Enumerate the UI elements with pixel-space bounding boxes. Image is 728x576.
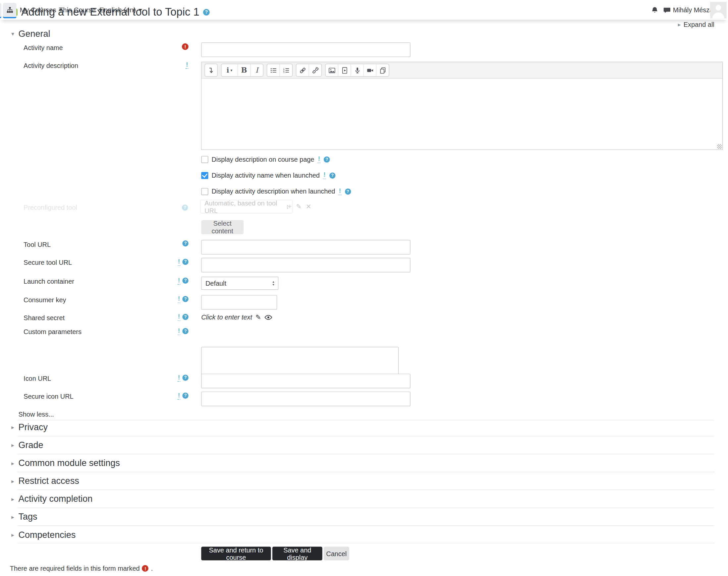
divider (18, 420, 715, 420)
bold-icon[interactable]: B (238, 64, 251, 76)
collapsed-triangle-icon: ▸ (11, 478, 14, 484)
help-icon[interactable]: ? (182, 240, 188, 246)
svg-text:3: 3 (283, 71, 284, 74)
paragraph-style-icon[interactable]: i▾ (221, 64, 238, 76)
collapsed-triangle-icon: ▸ (11, 442, 14, 448)
save-and-return-button[interactable]: Save and return to course (201, 547, 271, 560)
help-icon[interactable]: ? (182, 393, 188, 399)
secure-tool-url-input[interactable] (201, 258, 410, 272)
editor-content-area[interactable] (202, 79, 722, 149)
help-icon[interactable]: ? (182, 375, 188, 381)
edit-tool-icon[interactable]: ✎ (296, 202, 301, 210)
display-description-row: Display description on course page ! ? (201, 155, 330, 163)
link-icon[interactable] (296, 64, 309, 76)
launch-container-select[interactable]: Default ▴▾ (201, 277, 278, 290)
collapsed-triangle-icon: ▸ (11, 532, 14, 538)
delete-tool-icon[interactable]: ✕ (306, 202, 312, 210)
collapsed-triangle-icon: ▸ (11, 460, 14, 466)
avatar[interactable] (710, 2, 727, 19)
help-icon[interactable]: ? (329, 172, 335, 178)
section-restrict-access[interactable]: ▸ Restrict access (11, 476, 79, 486)
divider (18, 436, 715, 436)
save-and-display-button[interactable]: Save and display (272, 547, 322, 560)
section-competencies[interactable]: ▸ Competencies (11, 529, 76, 540)
section-common-module-settings[interactable]: ▸ Common module settings (11, 458, 120, 468)
consumer-key-input[interactable] (201, 295, 277, 310)
secure-icon-url-input[interactable] (201, 392, 410, 406)
advanced-mark-icon: ! (178, 392, 181, 400)
cancel-button[interactable]: Cancel (324, 547, 349, 560)
section-tags[interactable]: ▸ Tags (11, 512, 37, 522)
preconfigured-tool-label: Preconfigured tool (24, 203, 77, 211)
nav-language[interactable]: English (en) (99, 0, 143, 20)
help-icon[interactable]: ? (203, 9, 210, 15)
section-activity-completion[interactable]: ▸ Activity completion (11, 494, 92, 504)
display-activity-description-checkbox[interactable] (201, 188, 208, 195)
icon-url-input[interactable] (201, 374, 410, 388)
record-audio-icon[interactable] (351, 64, 363, 76)
nav-partial-button[interactable] (0, 3, 1, 19)
divider (18, 543, 715, 543)
display-activity-name-checkbox[interactable] (201, 172, 208, 179)
advanced-mark-icon: ! (178, 277, 181, 285)
bell-icon[interactable] (651, 6, 659, 15)
add-tool-icon[interactable]: + (288, 202, 292, 210)
collapsed-triangle-icon: ▸ (11, 514, 14, 520)
divider (18, 454, 715, 454)
collapsed-triangle-icon: ▸ (11, 496, 14, 502)
media-icon[interactable] (338, 64, 351, 76)
image-icon[interactable] (326, 64, 338, 76)
display-description-label: Display description on course page (211, 155, 314, 163)
help-icon[interactable]: ? (182, 259, 188, 265)
collapse-triangle-icon: ▾ (11, 31, 14, 37)
divider (18, 526, 715, 526)
required-icon: ! (182, 44, 188, 50)
advanced-mark-icon: ! (317, 155, 320, 163)
unordered-list-icon[interactable] (267, 64, 280, 76)
sitemap-icon (6, 6, 13, 13)
display-description-checkbox[interactable] (201, 156, 208, 163)
collapsed-triangle-icon: ▸ (11, 425, 14, 430)
nav-my-courses[interactable]: My Courses (20, 0, 63, 20)
shared-secret-field[interactable]: Click to enter text ✎ (201, 314, 272, 321)
expand-all-link[interactable]: ▸ Expand all (678, 21, 715, 29)
custom-parameters-label: Custom parameters (24, 328, 82, 336)
select-content-button[interactable]: Select content (201, 220, 243, 234)
resize-handle[interactable] (717, 144, 722, 149)
help-icon[interactable]: ? (182, 278, 188, 284)
activity-name-input[interactable] (201, 42, 410, 57)
advanced-mark-icon: ! (178, 258, 181, 266)
pencil-icon[interactable]: ✎ (256, 314, 261, 321)
help-icon[interactable]: ? (324, 156, 330, 162)
advanced-mark-icon: ! (338, 188, 341, 195)
help-icon[interactable]: ? (345, 188, 351, 194)
nav-this-course[interactable]: This Course (59, 0, 103, 20)
display-activity-name-row: Display activity name when launched ! ? (201, 172, 335, 179)
help-icon[interactable]: ? (182, 296, 188, 302)
divider (18, 471, 715, 472)
required-icon: ! (142, 565, 149, 572)
messages-icon[interactable] (663, 6, 671, 15)
launch-container-label: Launch container (24, 278, 74, 285)
help-icon[interactable]: ? (182, 328, 188, 334)
show-less-link[interactable]: Show less... (18, 411, 54, 418)
record-video-icon[interactable] (364, 64, 376, 76)
secure-tool-url-label: Secure tool URL (24, 259, 72, 266)
section-grade[interactable]: ▸ Grade (11, 440, 43, 451)
section-general[interactable]: ▾ General (11, 29, 50, 39)
activity-description-editor[interactable]: i▾ B I 123 (201, 62, 723, 150)
help-icon[interactable]: ? (182, 314, 188, 320)
manage-files-icon[interactable] (376, 64, 389, 76)
collapse-toolbar-icon[interactable] (205, 64, 217, 76)
preconfigured-tool-select[interactable]: Automatic, based on tool URL ▴▾ (200, 200, 293, 213)
section-privacy[interactable]: ▸ Privacy (11, 422, 48, 432)
italic-icon[interactable]: I (251, 64, 263, 76)
unlink-icon[interactable] (309, 64, 321, 76)
ordered-list-icon[interactable]: 123 (280, 64, 292, 76)
sitemap-button[interactable] (3, 3, 17, 19)
shared-secret-label: Shared secret (24, 314, 65, 321)
tool-url-input[interactable] (201, 240, 410, 255)
eye-icon[interactable] (264, 314, 272, 320)
help-icon-ghost: ? (182, 202, 188, 210)
editor-toolbar: i▾ B I 123 (202, 62, 722, 79)
